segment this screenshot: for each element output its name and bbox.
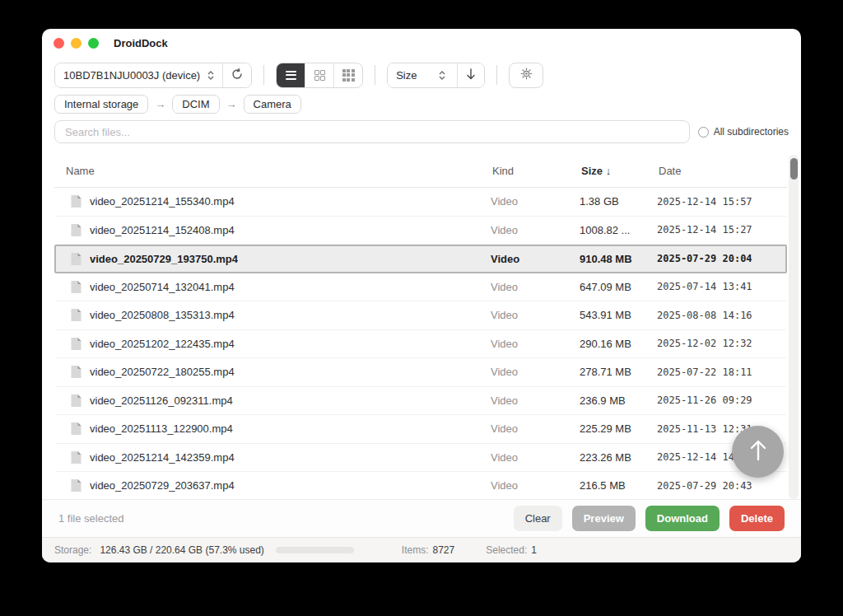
breadcrumb-item-internal-storage[interactable]: Internal storage [54,95,148,114]
download-button[interactable]: Download [645,506,720,531]
scrollbar-thumb[interactable] [790,158,798,180]
storage-progress-bar [276,547,354,553]
arrow-up-icon [748,439,769,465]
file-name: video_20251214_142359.mp4 [90,451,235,464]
search-row: All subdirectories [42,117,801,148]
table-row[interactable]: video_20250722_180255.mp4 Video 278.71 M… [54,358,787,387]
refresh-icon [231,68,243,82]
table-row[interactable]: video_20251214_142359.mp4 Video 223.26 M… [54,444,787,473]
sort-select[interactable]: Size [388,63,457,87]
file-name: video_20251126_092311.mp4 [90,394,233,407]
arrow-down-icon [466,68,476,82]
file-date: 2025-12-14 15:27 [657,224,785,236]
sort-arrow-icon: ↓ [606,165,612,177]
file-name: video_20251113_122900.mp4 [90,422,233,435]
view-mode-list-button[interactable] [277,63,305,87]
all-subdirectories-label: All subdirectories [714,126,789,138]
file-kind: Video [491,366,580,378]
file-name: video_20251214_152408.mp4 [90,224,235,236]
table-row[interactable]: video_20250729_193750.mp4 Video 910.48 M… [54,245,787,273]
traffic-lights [54,38,99,49]
clear-button[interactable]: Clear [514,506,562,531]
file-name: video_20250729_203637.mp4 [90,479,235,492]
selection-actions: Clear Preview Download Delete [514,506,785,531]
scroll-to-top-button[interactable] [732,426,784,478]
file-name: video_20250714_132041.mp4 [90,281,235,293]
chevron-up-down-icon [207,71,214,80]
breadcrumb-item-dcim[interactable]: DCIM [172,95,219,114]
file-name: video_20250729_193750.mp4 [90,253,238,265]
column-header-date[interactable]: Date [659,165,787,177]
items-count: 8727 [433,544,455,556]
minimize-window-button[interactable] [71,38,82,49]
view-mode-grid-button[interactable] [305,63,333,87]
file-date: 2025-07-29 20:43 [657,480,785,492]
chevron-up-down-icon [426,71,445,80]
file-kind: Video [491,451,580,464]
file-table: Name Kind Size ↓ Date video_20251214_155… [54,155,799,499]
toolbar-divider [496,65,497,85]
storage-value: 126.43 GB / 220.64 GB (57.3% used) [100,544,263,556]
breadcrumb-arrow-icon: → [226,98,237,110]
column-header-kind[interactable]: Kind [492,165,581,177]
selected-count: 1 [531,544,537,556]
file-kind: Video [491,479,580,492]
column-header-name[interactable]: Name [54,165,492,177]
sort-select-value: Size [396,69,417,82]
selection-status: 1 file selected [58,512,124,525]
file-icon [70,365,82,379]
table-row[interactable]: video_20251126_092311.mp4 Video 236.9 MB… [54,387,787,416]
table-row[interactable]: video_20251214_152408.mp4 Video 1008.82 … [54,217,787,245]
file-date: 2025-08-08 14:16 [657,310,785,321]
file-icon [70,394,82,408]
file-icon [70,308,82,322]
file-date: 2025-07-22 18:11 [657,366,785,378]
file-size: 647.09 MB [580,281,657,293]
file-size: 290.16 MB [580,338,657,350]
view-mode-segmented-control [276,63,363,88]
table-row[interactable]: video_20250714_132041.mp4 Video 647.09 M… [54,273,787,302]
titlebar: DroidDock [42,29,801,57]
file-size: 223.26 MB [580,451,657,464]
file-name: video_20251214_155340.mp4 [90,195,235,208]
device-select[interactable]: 10BD7B1NJU0003J (device) [55,63,222,87]
file-icon [70,223,82,237]
app-title: DroidDock [114,37,168,49]
file-size: 236.9 MB [580,394,657,407]
app-window: DroidDock 10BD7B1NJU0003J (device) [42,29,801,562]
file-date: 2025-12-02 12:32 [657,338,785,349]
breadcrumb-item-camera[interactable]: Camera [244,95,301,114]
column-header-size[interactable]: Size ↓ [581,165,659,177]
file-size: 225.29 MB [580,422,657,435]
file-name: video_20250722_180255.mp4 [90,366,235,378]
refresh-button[interactable] [223,63,251,87]
view-mode-gallery-button[interactable] [334,63,362,87]
toolbar-divider [263,65,264,85]
scrollbar[interactable] [789,155,799,499]
close-window-button[interactable] [54,38,64,49]
preview-button[interactable]: Preview [572,506,636,531]
items-label: Items: [402,544,429,556]
delete-button[interactable]: Delete [729,506,785,531]
table-row[interactable]: video_20251113_122900.mp4 Video 225.29 M… [54,415,787,444]
table-row[interactable]: video_20251202_122435.mp4 Video 290.16 M… [54,330,787,359]
sort-direction-button[interactable] [458,63,484,87]
search-input[interactable] [54,120,690,143]
list-view-icon [286,71,296,80]
checkbox-icon [698,127,709,138]
file-kind: Video [491,309,580,321]
table-header: Name Kind Size ↓ Date [54,155,787,188]
settings-button[interactable] [509,63,543,88]
table-row[interactable]: video_20250808_135313.mp4 Video 543.91 M… [54,301,787,330]
table-row[interactable]: video_20250729_203637.mp4 Video 216.5 MB… [54,472,787,499]
selected-label: Selected: [486,544,527,556]
table-row[interactable]: video_20251214_155340.mp4 Video 1.38 GB … [54,188,787,217]
file-date: 2025-07-29 20:04 [657,253,785,264]
breadcrumb-arrow-icon: → [155,98,165,110]
zoom-window-button[interactable] [88,38,99,49]
gallery-view-icon [342,69,355,82]
selection-bar: 1 file selected Clear Preview Download D… [42,499,801,537]
file-name: video_20250808_135313.mp4 [90,309,235,321]
all-subdirectories-toggle[interactable]: All subdirectories [698,126,789,138]
gear-icon [520,68,533,83]
